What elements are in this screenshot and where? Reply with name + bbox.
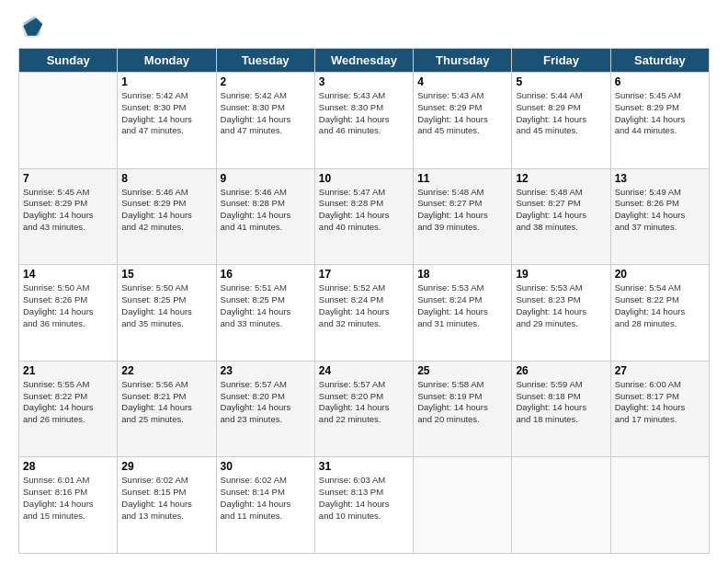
weekday-header-thursday: Thursday — [414, 49, 512, 73]
day-info: Sunrise: 5:44 AM Sunset: 8:29 PM Dayligh… — [516, 90, 606, 137]
day-info: Sunrise: 5:58 AM Sunset: 8:19 PM Dayligh… — [417, 379, 507, 426]
calendar-cell: 27 Sunrise: 6:00 AM Sunset: 8:17 PM Dayl… — [610, 361, 709, 457]
day-number: 24 — [319, 364, 409, 377]
day-number: 13 — [615, 172, 705, 185]
calendar-cell: 18 Sunrise: 5:53 AM Sunset: 8:24 PM Dayl… — [414, 265, 512, 362]
day-info: Sunrise: 5:43 AM Sunset: 8:29 PM Dayligh… — [417, 90, 507, 137]
calendar-cell: 24 Sunrise: 5:57 AM Sunset: 8:20 PM Dayl… — [314, 361, 413, 457]
calendar-cell: 5 Sunrise: 5:44 AM Sunset: 8:29 PM Dayli… — [512, 73, 610, 169]
weekday-header-saturday: Saturday — [610, 49, 709, 73]
day-number: 30 — [221, 460, 311, 473]
day-info: Sunrise: 5:56 AM Sunset: 8:21 PM Dayligh… — [121, 379, 211, 426]
calendar-week-3: 14 Sunrise: 5:50 AM Sunset: 8:26 PM Dayl… — [19, 265, 710, 362]
day-number: 12 — [516, 172, 606, 185]
calendar-cell: 3 Sunrise: 5:43 AM Sunset: 8:30 PM Dayli… — [314, 73, 413, 169]
day-info: Sunrise: 5:50 AM Sunset: 8:26 PM Dayligh… — [23, 282, 113, 329]
calendar-cell: 14 Sunrise: 5:50 AM Sunset: 8:26 PM Dayl… — [19, 265, 118, 362]
day-info: Sunrise: 5:55 AM Sunset: 8:22 PM Dayligh… — [23, 379, 113, 426]
day-number: 23 — [221, 364, 311, 377]
day-number: 21 — [23, 364, 113, 377]
calendar-cell — [414, 457, 512, 554]
calendar-cell — [512, 457, 610, 554]
day-number: 16 — [221, 268, 311, 281]
header — [18, 15, 710, 40]
day-number: 17 — [319, 268, 409, 281]
calendar-week-4: 21 Sunrise: 5:55 AM Sunset: 8:22 PM Dayl… — [19, 361, 710, 457]
day-info: Sunrise: 6:00 AM Sunset: 8:17 PM Dayligh… — [615, 379, 705, 426]
day-number: 4 — [417, 75, 507, 88]
calendar-cell: 7 Sunrise: 5:45 AM Sunset: 8:29 PM Dayli… — [19, 168, 118, 265]
day-number: 2 — [221, 75, 311, 88]
weekday-header-friday: Friday — [512, 49, 610, 73]
calendar-cell: 1 Sunrise: 5:42 AM Sunset: 8:30 PM Dayli… — [118, 73, 216, 169]
calendar-cell: 25 Sunrise: 5:58 AM Sunset: 8:19 PM Dayl… — [414, 361, 512, 457]
day-info: Sunrise: 5:57 AM Sunset: 8:20 PM Dayligh… — [221, 379, 311, 426]
weekday-header-wednesday: Wednesday — [314, 49, 413, 73]
calendar-cell — [19, 73, 118, 169]
day-number: 5 — [516, 75, 606, 88]
day-number: 25 — [417, 364, 507, 377]
day-info: Sunrise: 6:02 AM Sunset: 8:15 PM Dayligh… — [121, 475, 211, 522]
calendar-cell: 8 Sunrise: 5:46 AM Sunset: 8:29 PM Dayli… — [118, 168, 216, 265]
day-number: 27 — [615, 364, 705, 377]
weekday-header-sunday: Sunday — [19, 49, 118, 73]
logo-icon — [18, 15, 44, 40]
calendar-cell: 23 Sunrise: 5:57 AM Sunset: 8:20 PM Dayl… — [216, 361, 314, 457]
day-info: Sunrise: 5:42 AM Sunset: 8:30 PM Dayligh… — [221, 90, 311, 137]
day-info: Sunrise: 5:47 AM Sunset: 8:28 PM Dayligh… — [319, 187, 409, 234]
day-number: 18 — [417, 268, 507, 281]
day-number: 20 — [615, 268, 705, 281]
day-number: 28 — [23, 460, 113, 473]
day-number: 31 — [319, 460, 409, 473]
calendar-week-2: 7 Sunrise: 5:45 AM Sunset: 8:29 PM Dayli… — [19, 168, 710, 265]
calendar-cell: 26 Sunrise: 5:59 AM Sunset: 8:18 PM Dayl… — [512, 361, 610, 457]
day-info: Sunrise: 5:50 AM Sunset: 8:25 PM Dayligh… — [121, 282, 211, 329]
day-info: Sunrise: 5:53 AM Sunset: 8:23 PM Dayligh… — [516, 282, 606, 329]
day-number: 15 — [121, 268, 211, 281]
calendar-cell: 9 Sunrise: 5:46 AM Sunset: 8:28 PM Dayli… — [216, 168, 314, 265]
day-info: Sunrise: 5:46 AM Sunset: 8:28 PM Dayligh… — [221, 187, 311, 234]
day-info: Sunrise: 5:53 AM Sunset: 8:24 PM Dayligh… — [417, 282, 507, 329]
calendar-cell: 15 Sunrise: 5:50 AM Sunset: 8:25 PM Dayl… — [118, 265, 216, 362]
day-info: Sunrise: 5:52 AM Sunset: 8:24 PM Dayligh… — [319, 282, 409, 329]
calendar-cell: 13 Sunrise: 5:49 AM Sunset: 8:26 PM Dayl… — [610, 168, 709, 265]
page: SundayMondayTuesdayWednesdayThursdayFrid… — [0, 0, 728, 563]
day-info: Sunrise: 5:48 AM Sunset: 8:27 PM Dayligh… — [417, 187, 507, 234]
day-number: 19 — [516, 268, 606, 281]
calendar-cell: 29 Sunrise: 6:02 AM Sunset: 8:15 PM Dayl… — [118, 457, 216, 554]
weekday-header-tuesday: Tuesday — [216, 49, 314, 73]
day-info: Sunrise: 6:02 AM Sunset: 8:14 PM Dayligh… — [221, 475, 311, 522]
day-number: 11 — [417, 172, 507, 185]
day-number: 10 — [319, 172, 409, 185]
day-info: Sunrise: 5:45 AM Sunset: 8:29 PM Dayligh… — [23, 187, 113, 234]
day-info: Sunrise: 5:49 AM Sunset: 8:26 PM Dayligh… — [615, 187, 705, 234]
day-number: 8 — [121, 172, 211, 185]
day-number: 29 — [121, 460, 211, 473]
calendar-week-5: 28 Sunrise: 6:01 AM Sunset: 8:16 PM Dayl… — [19, 457, 710, 554]
calendar-week-1: 1 Sunrise: 5:42 AM Sunset: 8:30 PM Dayli… — [19, 73, 710, 169]
day-number: 22 — [121, 364, 211, 377]
calendar-cell: 6 Sunrise: 5:45 AM Sunset: 8:29 PM Dayli… — [610, 73, 709, 169]
logo — [18, 15, 48, 40]
calendar-cell: 22 Sunrise: 5:56 AM Sunset: 8:21 PM Dayl… — [118, 361, 216, 457]
calendar-cell: 11 Sunrise: 5:48 AM Sunset: 8:27 PM Dayl… — [414, 168, 512, 265]
calendar-cell: 28 Sunrise: 6:01 AM Sunset: 8:16 PM Dayl… — [19, 457, 118, 554]
calendar-cell — [610, 457, 709, 554]
day-number: 6 — [615, 75, 705, 88]
calendar-cell: 31 Sunrise: 6:03 AM Sunset: 8:13 PM Dayl… — [314, 457, 413, 554]
calendar-cell: 2 Sunrise: 5:42 AM Sunset: 8:30 PM Dayli… — [216, 73, 314, 169]
calendar-cell: 17 Sunrise: 5:52 AM Sunset: 8:24 PM Dayl… — [314, 265, 413, 362]
day-info: Sunrise: 5:48 AM Sunset: 8:27 PM Dayligh… — [516, 187, 606, 234]
day-info: Sunrise: 5:43 AM Sunset: 8:30 PM Dayligh… — [319, 90, 409, 137]
calendar-cell: 12 Sunrise: 5:48 AM Sunset: 8:27 PM Dayl… — [512, 168, 610, 265]
weekday-header-monday: Monday — [118, 49, 216, 73]
day-number: 1 — [121, 75, 211, 88]
calendar-cell: 16 Sunrise: 5:51 AM Sunset: 8:25 PM Dayl… — [216, 265, 314, 362]
day-info: Sunrise: 6:01 AM Sunset: 8:16 PM Dayligh… — [23, 475, 113, 522]
day-info: Sunrise: 5:46 AM Sunset: 8:29 PM Dayligh… — [121, 187, 211, 234]
day-info: Sunrise: 5:57 AM Sunset: 8:20 PM Dayligh… — [319, 379, 409, 426]
calendar-cell: 20 Sunrise: 5:54 AM Sunset: 8:22 PM Dayl… — [610, 265, 709, 362]
day-number: 9 — [221, 172, 311, 185]
day-number: 3 — [319, 75, 409, 88]
day-info: Sunrise: 6:03 AM Sunset: 8:13 PM Dayligh… — [319, 475, 409, 522]
